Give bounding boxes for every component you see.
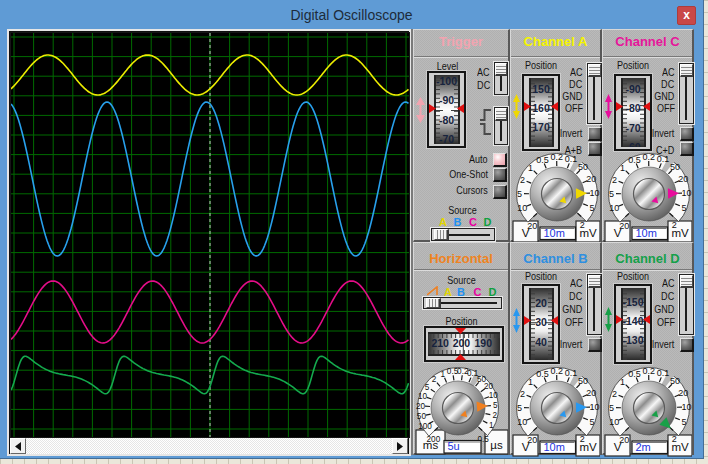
channel-b-invert-button[interactable] bbox=[588, 338, 602, 352]
channel-b-position-arrow[interactable] bbox=[513, 308, 520, 333]
channel-a-scale-knob-dial-label: 0.5 bbox=[536, 155, 549, 165]
close-button[interactable]: x bbox=[677, 6, 696, 25]
horizontal-position-gauge-pointer-icon bbox=[455, 354, 466, 360]
channel-d-scale-knob[interactable]: 20105210.50.20.150201052VmV2m bbox=[603, 361, 692, 463]
trigger-coupling-switch[interactable] bbox=[494, 62, 508, 95]
channel-c-scale-knob-unit-left: V bbox=[614, 227, 622, 239]
channel-c-scale-knob-dial-label: 50 bbox=[670, 162, 680, 172]
trigger-title-separator bbox=[414, 56, 508, 58]
trigger-level-gauge-ruler: -100-90-80-70 bbox=[434, 75, 460, 144]
channel-a-scale-knob-dial-label: 5 bbox=[517, 189, 522, 199]
channel-b-coupling-switch-handle[interactable] bbox=[588, 275, 601, 288]
trigger-source-slider-handle[interactable] bbox=[434, 229, 449, 240]
channel-d-scale-knob-ball-center bbox=[634, 393, 665, 424]
channel-c-coupling-switch-handle[interactable] bbox=[680, 64, 693, 77]
channel-b-invert-label: Invert bbox=[560, 339, 583, 350]
trigger-cursors-button[interactable] bbox=[493, 185, 507, 199]
channel-a-coupling-switch-handle[interactable] bbox=[588, 64, 601, 77]
channel-d-scale-knob-unit-right: mV bbox=[671, 441, 689, 453]
channel-c-position-gauge-label: -60 bbox=[623, 142, 644, 146]
channel-a-coupling-switch-track bbox=[593, 70, 595, 120]
channel-c-position-arrow[interactable] bbox=[605, 94, 612, 119]
channel-b-scale-knob-dial-label: 50 bbox=[578, 376, 588, 386]
channel-b-scale-knob-unit-left: V bbox=[522, 441, 530, 453]
channel-a-scale-knob-dial-label: 1 bbox=[528, 163, 533, 173]
channel-a-invert-button[interactable] bbox=[588, 127, 602, 141]
channel-a-position-gauge[interactable]: 150160170 bbox=[522, 74, 560, 151]
trigger-oneshot-button[interactable] bbox=[493, 168, 507, 182]
channel-b-scale-knob-dial-label: 5 bbox=[590, 417, 595, 427]
trigger-source-a-label: A bbox=[436, 217, 450, 228]
background-ruler-right bbox=[704, 0, 708, 464]
channel-a-scale-knob[interactable]: 20105210.50.20.150201052VmV10m bbox=[511, 147, 600, 249]
channel-c-scale-knob-dial-label: 10 bbox=[681, 188, 691, 198]
channel-b-panel: Channel B Position10203040ACDCGNDOFFInve… bbox=[510, 242, 602, 455]
channel-a-scale-knob-value: 10m bbox=[544, 227, 565, 239]
channel-c-scale-knob[interactable]: 20105210.50.20.150201052VmV10m bbox=[603, 147, 692, 249]
channel-a-scale-knob-unit-right: mV bbox=[579, 227, 597, 239]
channel-d-scale-knob-dial-label: 0.2 bbox=[642, 366, 655, 376]
channel-c-title-separator bbox=[603, 56, 692, 58]
channel-d-coupling-switch[interactable] bbox=[679, 274, 694, 335]
trigger-level-gauge-label: -100 bbox=[436, 76, 458, 87]
channel-c-scale-knob-value: 10m bbox=[636, 227, 657, 239]
trigger-source-slider[interactable] bbox=[431, 228, 495, 241]
channel-c-scale-knob-ball-center bbox=[634, 179, 665, 210]
channel-b-coupling-gnd-label: GND bbox=[562, 304, 582, 315]
channel-c-scale-knob-dial-label: 20 bbox=[678, 174, 688, 184]
channel-b-position-gauge-pointer-icon bbox=[524, 316, 531, 325]
channel-d-position-arrow[interactable] bbox=[605, 307, 612, 332]
waveform-plot bbox=[11, 33, 409, 437]
channel-b-scale-knob-dial-label: 0.2 bbox=[550, 366, 563, 376]
horizontal-timebase-knob-dial-label: 1 bbox=[440, 370, 445, 379]
scroll-right-button[interactable] bbox=[392, 438, 408, 454]
channel-d-invert-button[interactable] bbox=[680, 338, 694, 352]
channel-a-position-arrow[interactable] bbox=[513, 94, 520, 119]
horizontal-timebase-knob-dial-label: 10 bbox=[489, 391, 499, 400]
horizontal-timebase-knob-unit-right: µs bbox=[490, 439, 503, 451]
trigger-edge-switch-handle[interactable] bbox=[495, 108, 507, 121]
channel-c-scale-knob-dial-label: 0.1 bbox=[657, 154, 670, 164]
horizontal-source-slider[interactable] bbox=[423, 297, 502, 310]
channel-b-position-label: Position bbox=[525, 271, 558, 282]
channel-c-coupling-switch[interactable] bbox=[679, 63, 694, 124]
channel-d-panel-title: Channel D bbox=[603, 251, 692, 266]
channel-a-coupling-switch[interactable] bbox=[587, 63, 602, 124]
channel-b-scale-knob-value: 10m bbox=[544, 441, 565, 453]
horizontal-timebase-knob[interactable]: 2001005020105210.50.20.15020105210.5msµs… bbox=[414, 361, 508, 463]
channel-c-coupling-switch-track bbox=[685, 70, 687, 120]
horizontal-timebase-knob-dial-label: 50 bbox=[417, 412, 427, 421]
horizontal-position-gauge-label: 200 bbox=[449, 338, 473, 349]
channel-a-position-gauge-ruler: 150160170 bbox=[529, 78, 554, 147]
channel-b-coupling-switch[interactable] bbox=[587, 274, 602, 335]
titlebar[interactable]: Digital Oscilloscope x bbox=[0, 0, 703, 29]
channel-a-panel-title: Channel A bbox=[511, 34, 600, 49]
channel-b-scale-knob-unit-right: mV bbox=[579, 441, 597, 453]
channel-a-position-gauge-label: 170 bbox=[531, 122, 552, 133]
background-ruler-bottom bbox=[0, 459, 708, 464]
channel-b-scale-knob-dial-label: 10 bbox=[517, 417, 527, 427]
channel-c-position-gauge[interactable]: -90-80-70-60 bbox=[614, 74, 652, 151]
channel-c-coupling-off-label: OFF bbox=[656, 103, 674, 114]
horizontal-position-gauge-ruler: 210200190 bbox=[428, 332, 500, 356]
channel-a-position-label: Position bbox=[525, 60, 558, 71]
channel-c-invert-button[interactable] bbox=[680, 127, 694, 141]
trigger-edge-switch[interactable] bbox=[494, 107, 508, 145]
channel-d-coupling-switch-handle[interactable] bbox=[680, 275, 693, 288]
channel-c-scale-knob-dial-label: 1 bbox=[620, 163, 625, 173]
horizontal-scrollbar[interactable] bbox=[10, 438, 408, 454]
horizontal-source-slider-handle[interactable] bbox=[426, 298, 441, 309]
channel-c-position-gauge-pointer-icon bbox=[643, 102, 650, 111]
channel-d-coupling-dc-label: DC bbox=[661, 291, 674, 302]
channel-c-scale-knob-dial-label: 5 bbox=[609, 189, 614, 199]
trigger-level-arrow[interactable] bbox=[416, 97, 425, 123]
channel-c-position-label: Position bbox=[617, 60, 650, 71]
channel-b-scale-knob-ball-center bbox=[542, 393, 573, 424]
channel-b-scale-knob-dial-label: 20 bbox=[586, 388, 596, 398]
channel-b-coupling-dc-label: DC bbox=[569, 291, 582, 302]
trigger-coupling-switch-handle[interactable] bbox=[495, 63, 507, 76]
scroll-left-button[interactable] bbox=[10, 438, 26, 454]
horizontal-timebase-knob-value: 5u bbox=[448, 440, 460, 452]
trigger-auto-button[interactable] bbox=[493, 153, 507, 167]
channel-b-scale-knob[interactable]: 20105210.50.20.150201052VmV10m bbox=[511, 361, 600, 463]
